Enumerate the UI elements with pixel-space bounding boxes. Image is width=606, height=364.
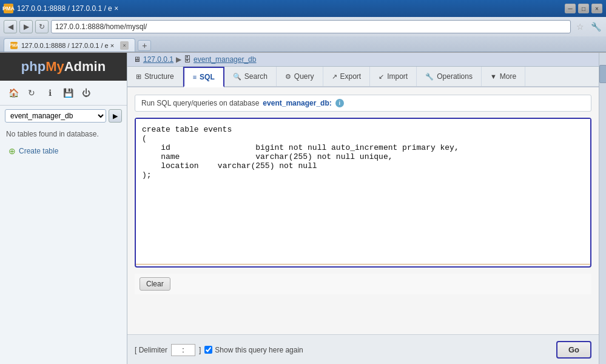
more-icon: ▼ — [490, 73, 497, 80]
favicon-label: PMA — [2, 5, 15, 12]
titlebar-title: 127.0.0.1:8888 / 127.0.0.1 / e × — [17, 4, 118, 13]
breadcrumb-server[interactable]: 127.0.0.1 — [143, 55, 173, 64]
delimiter-label-close: ] — [199, 346, 201, 354]
tab-import[interactable]: ↙ Import — [370, 67, 417, 86]
tab-operations[interactable]: 🔧 Operations — [417, 67, 482, 86]
show-query-label: Show this query here again — [215, 346, 303, 354]
create-table-button[interactable]: ⊕ Create table — [6, 144, 121, 158]
structure-icon: ⊞ — [136, 73, 141, 81]
browser-tab-label: 127.0.0.1:8888 / 127.0.0.1 / e × — [21, 42, 114, 49]
show-query-checkbox-label[interactable]: Show this query here again — [204, 346, 303, 354]
tab-favicon: PMA — [10, 42, 18, 49]
home-icon[interactable]: 🏠 — [6, 86, 21, 100]
tab-sql-label: SQL — [200, 73, 215, 81]
delimiter-label-open: [ Delimiter — [135, 346, 167, 354]
sql-textarea[interactable]: create table events ( id bigint not null… — [136, 119, 590, 265]
back-button[interactable]: ◀ — [4, 20, 17, 33]
logo: phpMyAdmin — [21, 59, 106, 75]
breadcrumb: 🖥 127.0.0.1 ▶ 🗄 event_manager_db — [127, 53, 599, 67]
titlebar: PMA 127.0.0.1:8888 / 127.0.0.1 / e × ─ □… — [0, 0, 606, 17]
tab-search-label: Search — [244, 72, 268, 81]
save-icon[interactable]: 💾 — [61, 86, 75, 100]
db-selector: event_manager_db ▶ — [0, 106, 127, 126]
delimiter-input[interactable] — [171, 344, 195, 356]
tab-export[interactable]: ↗ Export — [323, 67, 371, 86]
address-text: 127.0.0.1:8888/home/mysql/ — [55, 22, 147, 31]
export-icon: ↗ — [332, 73, 337, 81]
nav-bar: ◀ ▶ ↻ 127.0.0.1:8888/home/mysql/ ☆ 🔧 — [0, 17, 606, 36]
tab-query-label: Query — [294, 72, 314, 81]
info-icon[interactable]: ℹ — [42, 86, 57, 100]
bookmark-icon[interactable]: ☆ — [573, 20, 587, 33]
database-icon: 🗄 — [184, 55, 191, 64]
create-table-label: Create table — [19, 147, 58, 155]
circle-plus-icon: ⊕ — [8, 146, 16, 156]
content-area: 🖥 127.0.0.1 ▶ 🗄 event_manager_db ⊞ Struc… — [127, 53, 599, 364]
show-query-checkbox[interactable] — [204, 346, 212, 354]
refresh-icon[interactable]: ↻ — [24, 86, 39, 100]
wrench-icon[interactable]: 🔧 — [589, 20, 602, 33]
tab-sql[interactable]: ≡ SQL — [183, 67, 224, 87]
delimiter-section: [ Delimiter ] Show this query here again — [135, 344, 303, 356]
operations-icon: 🔧 — [425, 73, 434, 81]
query-header-db: event_manager_db: — [263, 99, 331, 107]
logo-admin: Admin — [64, 59, 106, 74]
logo-php: php — [21, 59, 45, 74]
search-icon: 🔍 — [233, 73, 241, 81]
close-button[interactable]: × — [591, 4, 602, 13]
main-layout: phpMyAdmin 🏠 ↻ ℹ 💾 ⏻ event_manager_db ▶ … — [0, 53, 606, 364]
info-circle-icon[interactable]: i — [335, 99, 344, 107]
address-bar[interactable]: 127.0.0.1:8888/home/mysql/ — [51, 20, 571, 33]
tab-export-label: Export — [340, 72, 362, 81]
new-tab-button[interactable]: + — [138, 40, 151, 51]
scrollbar-thumb[interactable] — [599, 65, 606, 83]
server-icon: 🖥 — [133, 55, 141, 64]
tab-import-label: Import — [387, 72, 408, 81]
tab-structure[interactable]: ⊞ Structure — [127, 67, 183, 86]
breadcrumb-separator: ▶ — [176, 55, 181, 64]
db-select-go-button[interactable]: ▶ — [109, 109, 122, 123]
tab-navigation: ⊞ Structure ≡ SQL 🔍 Search ⚙ Query ↗ Exp… — [127, 67, 599, 87]
tab-more-label: More — [500, 72, 516, 81]
refresh-button[interactable]: ↻ — [35, 20, 49, 33]
titlebar-left: PMA 127.0.0.1:8888 / 127.0.0.1 / e × — [4, 4, 118, 13]
tab-close-button[interactable]: × — [120, 41, 129, 50]
minimize-button[interactable]: ─ — [565, 4, 576, 13]
clear-btn-row: Clear — [135, 274, 591, 294]
browser-tab[interactable]: PMA 127.0.0.1:8888 / 127.0.0.1 / e × × — [4, 38, 135, 52]
sql-icon: ≡ — [193, 73, 197, 81]
sidebar-icon-bar: 🏠 ↻ ℹ 💾 ⏻ — [0, 81, 127, 106]
tab-structure-label: Structure — [144, 72, 174, 81]
browser-tab-bar: PMA 127.0.0.1:8888 / 127.0.0.1 / e × × + — [0, 36, 606, 52]
sql-content: Run SQL query/queries on database event_… — [127, 87, 599, 334]
query-header-text: Run SQL query/queries on database — [141, 99, 259, 107]
breadcrumb-db[interactable]: event_manager_db — [194, 55, 256, 64]
query-header: Run SQL query/queries on database event_… — [135, 95, 591, 112]
titlebar-favicon: PMA — [4, 4, 13, 13]
tab-more[interactable]: ▼ More — [482, 67, 525, 86]
sidebar-logo: phpMyAdmin — [0, 53, 127, 81]
tab-search[interactable]: 🔍 Search — [224, 67, 277, 86]
tab-query[interactable]: ⚙ Query — [277, 67, 323, 86]
db-select[interactable]: event_manager_db — [5, 109, 106, 123]
clear-button[interactable]: Clear — [140, 277, 170, 291]
import-icon: ↙ — [379, 73, 384, 81]
right-scrollbar[interactable] — [599, 53, 606, 364]
sql-textarea-wrapper: create table events ( id bigint not null… — [135, 118, 591, 268]
sidebar: phpMyAdmin 🏠 ↻ ℹ 💾 ⏻ event_manager_db ▶ … — [0, 53, 127, 364]
no-tables-message: No tables found in database. — [0, 126, 127, 142]
bottom-bar: [ Delimiter ] Show this query here again… — [127, 334, 599, 364]
logo-my: My — [45, 59, 64, 74]
titlebar-controls: ─ □ × — [565, 4, 602, 13]
exit-icon[interactable]: ⏻ — [79, 86, 93, 100]
maximize-button[interactable]: □ — [578, 4, 589, 13]
query-icon: ⚙ — [285, 73, 291, 81]
tab-operations-label: Operations — [437, 72, 473, 81]
forward-button[interactable]: ▶ — [19, 20, 33, 33]
browser-chrome: ◀ ▶ ↻ 127.0.0.1:8888/home/mysql/ ☆ 🔧 PMA… — [0, 17, 606, 53]
go-button[interactable]: Go — [556, 341, 591, 359]
